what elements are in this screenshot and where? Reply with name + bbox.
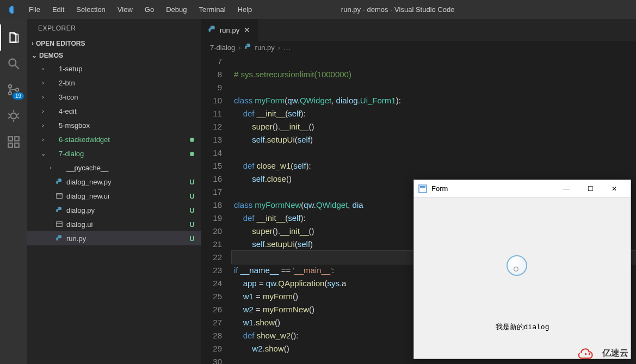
breadcrumb-tail[interactable]: … — [283, 44, 291, 52]
form-body: 我是新的dialog — [414, 198, 631, 359]
tree-item-dialog-new-py[interactable]: dialog_new.pyU — [27, 175, 201, 189]
line-number: 28 — [201, 329, 222, 342]
tree-item-6-stackedwidget[interactable]: ›6-stackedwidget — [27, 132, 201, 146]
form-title: Form — [431, 184, 448, 193]
qt-form-window[interactable]: Form — ☐ ✕ 我是新的dialog — [413, 180, 631, 359]
svg-rect-10 — [57, 194, 63, 199]
line-number: 14 — [201, 146, 222, 159]
title-bar: FileEditSelectionViewGoDebugTerminalHelp… — [0, 0, 636, 19]
code-line[interactable] — [232, 81, 636, 94]
form-label: 我是新的dialog — [414, 322, 631, 332]
line-number: 26 — [201, 303, 222, 316]
menu-terminal[interactable]: Terminal — [193, 2, 231, 17]
line-number: 19 — [201, 212, 222, 225]
tree-item-label: 1-setup — [59, 65, 188, 73]
file-status — [188, 135, 196, 144]
explorer-activity-icon[interactable] — [0, 24, 27, 51]
form-titlebar[interactable]: Form — ☐ ✕ — [414, 180, 631, 198]
menu-go[interactable]: Go — [139, 2, 159, 17]
chevron-down-icon: ⌄ — [39, 150, 47, 157]
search-activity-icon[interactable] — [0, 51, 27, 77]
tree-item-7-dialog[interactable]: ⌄7-dialog — [27, 146, 201, 161]
tree-item---pycache--[interactable]: ›__pycache__ — [27, 161, 201, 175]
tree-item-5-msgbox[interactable]: ›5-msgbox — [27, 118, 201, 132]
menu-help[interactable]: Help — [232, 2, 258, 17]
breadcrumb-folder[interactable]: 7-dialog — [210, 44, 235, 52]
tree-item-1-setup[interactable]: ›1-setup — [27, 61, 201, 76]
watermark-text: 亿速云 — [602, 348, 628, 359]
tree-item-run-py[interactable]: run.pyU — [27, 231, 201, 245]
close-icon[interactable]: ✕ — [243, 26, 251, 34]
line-number: 8 — [201, 68, 222, 81]
svg-rect-9 — [15, 137, 19, 141]
tree-item-label: dialog.py — [66, 206, 188, 214]
menu-selection[interactable]: Selection — [71, 2, 110, 17]
menu-debug[interactable]: Debug — [160, 2, 192, 17]
code-line[interactable]: self.setupUi(self) — [232, 133, 636, 146]
line-number: 15 — [201, 159, 222, 172]
minimize-button[interactable]: — — [554, 181, 578, 197]
file-status: U — [188, 192, 196, 200]
tree-item-label: dialog.ui — [66, 220, 188, 229]
line-number: 10 — [201, 94, 222, 107]
code-line[interactable]: super().__init__() — [232, 120, 636, 133]
maximize-button[interactable]: ☐ — [578, 181, 602, 197]
tree-item-dialog-new-ui[interactable]: dialog_new.uiU — [27, 189, 201, 203]
tab-run-py[interactable]: run.py ✕ — [201, 19, 258, 41]
dial-widget[interactable] — [507, 255, 527, 276]
sidebar: EXPLORER › OPEN EDITORS ⌄ DEMOS ›1-setup… — [27, 19, 201, 364]
tree-item-2-btn[interactable]: ›2-btn — [27, 76, 201, 90]
line-number: 30 — [201, 355, 222, 364]
tree-item-label: 7-dialog — [59, 150, 188, 158]
line-number: 18 — [201, 199, 222, 212]
menu-view[interactable]: View — [112, 2, 138, 17]
tree-item-3-icon[interactable]: ›3-icon — [27, 90, 201, 104]
file-status: U — [188, 178, 196, 186]
svg-point-0 — [9, 59, 16, 66]
scm-activity-icon[interactable]: 19 — [0, 77, 27, 103]
svg-point-5 — [11, 113, 17, 119]
svg-point-4 — [16, 88, 18, 91]
chevron-down-icon: ⌄ — [32, 52, 37, 59]
chevron-right-icon: › — [238, 44, 240, 52]
open-editors-section[interactable]: › OPEN EDITORS — [27, 38, 201, 50]
line-number: 17 — [201, 186, 222, 199]
svg-point-17 — [589, 353, 590, 355]
sidebar-title: EXPLORER — [27, 19, 201, 38]
extensions-activity-icon[interactable] — [0, 129, 27, 155]
svg-rect-6 — [8, 137, 13, 141]
svg-rect-7 — [8, 143, 13, 147]
line-number: 16 — [201, 172, 222, 186]
debug-activity-icon[interactable] — [0, 103, 27, 129]
code-line[interactable]: def close_w1(self): — [232, 159, 636, 172]
python-file-icon — [54, 178, 64, 186]
menu-file[interactable]: File — [23, 2, 46, 17]
svg-point-2 — [9, 85, 11, 88]
chevron-right-icon: › — [278, 44, 280, 52]
editor-tabs: run.py ✕ — [201, 19, 636, 41]
tree-item-label: dialog_new.py — [66, 178, 188, 186]
line-number: 27 — [201, 316, 222, 329]
breadcrumb[interactable]: 7-dialog › run.py › … — [201, 41, 636, 55]
tree-item-4-edit[interactable]: ›4-edit — [27, 104, 201, 118]
code-line[interactable]: def __init__(self): — [232, 107, 636, 120]
chevron-right-icon: › — [39, 122, 47, 128]
line-number: 25 — [201, 290, 222, 303]
code-line[interactable] — [232, 146, 636, 159]
file-status — [188, 150, 196, 158]
watermark: 亿速云 — [576, 347, 628, 360]
tree-item-dialog-ui[interactable]: dialog.uiU — [27, 217, 201, 231]
code-line[interactable] — [232, 55, 636, 68]
code-line[interactable]: # sys.setrecursionlimit(1000000) — [232, 68, 636, 81]
tree-item-dialog-py[interactable]: dialog.pyU — [27, 203, 201, 217]
python-file-icon — [208, 25, 217, 35]
window-title: run.py - demos - Visual Studio Code — [257, 5, 636, 14]
menu-edit[interactable]: Edit — [47, 2, 70, 17]
chevron-right-icon: › — [39, 79, 47, 86]
workspace-section[interactable]: ⌄ DEMOS — [27, 50, 201, 61]
code-line[interactable]: class myForm(qw.QWidget, dialog.Ui_Form1… — [232, 94, 636, 107]
tree-item-label: 3-icon — [59, 93, 188, 101]
breadcrumb-file[interactable]: run.py — [255, 44, 275, 52]
tree-item-label: 4-edit — [59, 107, 188, 115]
close-button[interactable]: ✕ — [602, 181, 626, 197]
